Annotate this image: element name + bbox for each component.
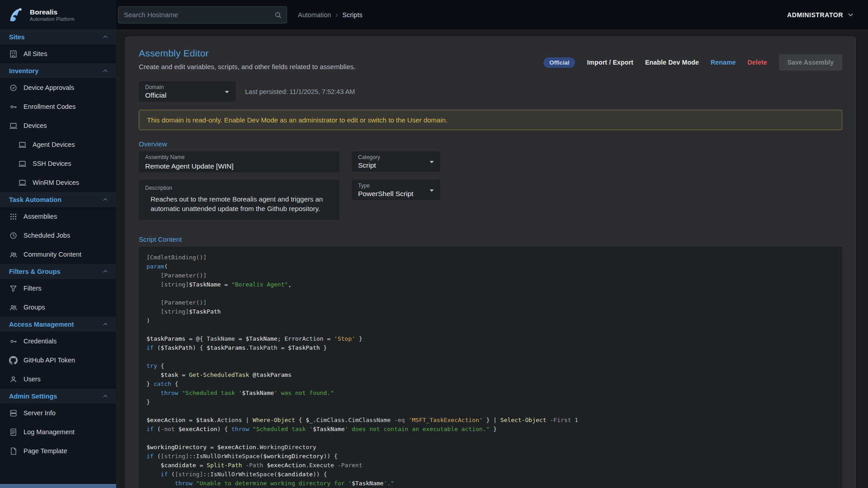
sidebar-section-filters-groups[interactable]: Filters & Groups — [0, 264, 116, 279]
content-area: Assembly Editor Create and edit variable… — [116, 29, 868, 488]
grid-icon — [9, 212, 18, 221]
domain-select[interactable]: Domain Official — [139, 81, 236, 102]
field-row-1: Assembly Name Category Script — [139, 151, 842, 173]
readonly-warning-banner: This domain is read-only. Enable Dev Mod… — [139, 110, 842, 130]
github-icon — [9, 356, 18, 365]
sidebar-cutoff-section — [0, 484, 116, 488]
brand-logo[interactable]: Borealis Automation Platform — [0, 0, 116, 29]
sidebar-item-label: WinRM Devices — [33, 179, 79, 186]
sidebar-item-assemblies[interactable]: Assemblies — [0, 207, 116, 226]
main-column: Automation › Scripts ADMINISTRATOR Assem… — [116, 0, 868, 488]
type-select-label: Type — [358, 183, 425, 189]
save-assembly-button[interactable]: Save Assembly — [779, 54, 842, 70]
sidebar-item-ssh-devices[interactable]: SSH Devices — [0, 154, 116, 173]
sidebar-item-label: Log Management — [24, 428, 75, 436]
sidebar-section-inventory-label: Inventory — [9, 67, 38, 75]
search-icon — [274, 11, 282, 19]
domain-row: Domain Official Last persisted: 11/1/202… — [139, 81, 842, 102]
sidebar-item-filters[interactable]: Filters — [0, 279, 116, 298]
user-menu[interactable]: ADMINISTRATOR — [787, 11, 854, 19]
sidebar-item-label: Credentials — [24, 338, 57, 345]
sidebar: Borealis Automation Platform Sites All S… — [0, 0, 116, 488]
breadcrumb: Automation › Scripts — [298, 11, 363, 19]
search-box[interactable] — [118, 6, 287, 23]
sidebar-item-agent-devices[interactable]: Agent Devices — [0, 135, 116, 154]
sidebar-item-scheduled-jobs[interactable]: Scheduled Jobs — [0, 226, 116, 245]
type-select-value: PowerShell Script — [358, 190, 425, 198]
category-select-value: Script — [358, 161, 425, 169]
description-field[interactable]: Description Reaches out to the remote Bo… — [139, 180, 340, 220]
chevron-down-icon — [427, 185, 437, 195]
description-label: Description — [145, 185, 172, 191]
assembly-editor-panel: Assembly Editor Create and edit variable… — [125, 36, 856, 488]
overview-section-label: Overview — [139, 140, 842, 148]
delete-button[interactable]: Delete — [748, 59, 767, 66]
page-icon — [9, 447, 18, 455]
sidebar-item-github-api-token[interactable]: GitHub API Token — [0, 351, 116, 370]
sidebar-section-inventory[interactable]: Inventory — [0, 63, 116, 78]
sidebar-item-device-approvals[interactable]: Device Approvals — [0, 78, 116, 97]
document-lines-icon — [9, 428, 18, 436]
sidebar-item-enrollment-codes[interactable]: Enrollment Codes — [0, 97, 116, 116]
sidebar-item-label: SSH Devices — [33, 160, 71, 167]
script-content-label: Script Content — [139, 235, 842, 243]
brand-name: Borealis — [30, 8, 75, 16]
sidebar-section-admin-settings[interactable]: Admin Settings — [0, 389, 116, 404]
app-root: Borealis Automation Platform Sites All S… — [0, 0, 868, 488]
sidebar-section-access-management-label: Access Management — [9, 321, 74, 328]
building-icon — [9, 50, 18, 58]
type-select[interactable]: Type PowerShell Script — [352, 180, 440, 200]
sidebar-section-sites-label: Sites — [9, 33, 25, 41]
sidebar-item-page-template[interactable]: Page Template — [0, 441, 116, 460]
sidebar-item-devices[interactable]: Devices — [0, 116, 116, 135]
import-export-button[interactable]: Import / Export — [587, 59, 633, 66]
person-icon — [9, 375, 18, 384]
sidebar-section-admin-settings-label: Admin Settings — [9, 393, 57, 400]
assembly-name-field[interactable]: Assembly Name — [139, 151, 340, 173]
sidebar-item-label: Server Info — [24, 409, 56, 417]
sidebar-item-all-sites[interactable]: All Sites — [0, 44, 116, 63]
brand-logo-icon — [6, 5, 25, 24]
people-icon — [9, 303, 18, 312]
assembly-name-label: Assembly Name — [145, 154, 333, 160]
sidebar-item-winrm-devices[interactable]: WinRM Devices — [0, 173, 116, 192]
category-select[interactable]: Category Script — [352, 151, 440, 172]
sidebar-section-task-automation-label: Task Automation — [9, 196, 61, 203]
sidebar-section-access-management[interactable]: Access Management — [0, 317, 116, 332]
computer-icon — [18, 141, 27, 149]
key-icon — [9, 103, 18, 111]
chevron-up-icon — [102, 268, 109, 275]
sidebar-section-task-automation[interactable]: Task Automation — [0, 192, 116, 207]
enable-dev-mode-button[interactable]: Enable Dev Mode — [645, 59, 699, 66]
domain-select-value: Official — [145, 91, 220, 99]
header-actions: Official Import / Export Enable Dev Mode… — [543, 54, 842, 70]
chevron-down-icon — [222, 87, 232, 97]
sidebar-item-label: Agent Devices — [33, 141, 75, 148]
chevron-up-icon — [102, 393, 109, 400]
breadcrumb-parent[interactable]: Automation — [298, 11, 331, 19]
sidebar-item-community-content[interactable]: Community Content — [0, 245, 116, 264]
sidebar-item-label: Filters — [24, 285, 41, 292]
sidebar-item-label: All Sites — [24, 50, 47, 57]
chevron-up-icon — [102, 196, 109, 203]
assembly-name-input[interactable] — [145, 162, 333, 170]
sidebar-section-filters-groups-label: Filters & Groups — [9, 268, 61, 275]
last-persisted-text: Last persisted: 11/1/2025, 7:52:43 AM — [245, 88, 355, 95]
breadcrumb-current: Scripts — [342, 11, 362, 19]
sidebar-section-sites[interactable]: Sites — [0, 29, 116, 44]
page-subtitle: Create and edit variables, scripts, and … — [139, 63, 355, 70]
page-title: Assembly Editor — [139, 48, 355, 59]
sidebar-item-users[interactable]: Users — [0, 370, 116, 389]
sidebar-item-groups[interactable]: Groups — [0, 298, 116, 317]
code-editor[interactable]: [CmdletBinding()]param( [Parameter()] [s… — [139, 247, 842, 488]
globe-check-icon — [9, 84, 18, 92]
sidebar-item-label: Enrollment Codes — [24, 103, 75, 110]
sidebar-item-server-info[interactable]: Server Info — [0, 404, 116, 422]
sidebar-item-credentials[interactable]: Credentials — [0, 332, 116, 351]
sidebar-item-log-management[interactable]: Log Management — [0, 422, 116, 441]
user-menu-label: ADMINISTRATOR — [787, 11, 843, 19]
rename-button[interactable]: Rename — [711, 59, 736, 66]
filter-icon — [9, 284, 18, 293]
search-input[interactable] — [124, 11, 274, 19]
sidebar-nav: Sites All Sites Inventory Device Approva… — [0, 29, 116, 488]
